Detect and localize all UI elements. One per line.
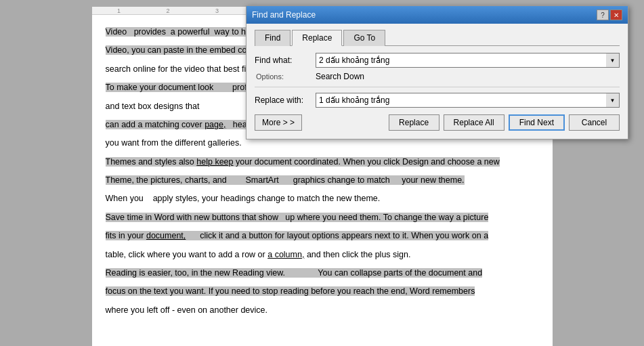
- replace-button[interactable]: Replace: [389, 114, 439, 131]
- doc-para-16: where you left off - even on another dev…: [106, 304, 539, 317]
- dialog-window-controls: ? ✕: [597, 9, 622, 20]
- form-separator: [255, 87, 620, 87]
- replace-with-row: Replace with: ▼: [255, 93, 620, 108]
- tab-replace[interactable]: Replace: [292, 30, 342, 46]
- replace-all-button[interactable]: Replace All: [444, 114, 505, 131]
- doc-para-9: Theme, the pictures, charts, and SmartAr…: [106, 174, 539, 187]
- options-label: Options:: [255, 72, 316, 81]
- replace-with-label: Replace with:: [255, 95, 316, 105]
- dialog-title: Find and Replace: [252, 10, 316, 20]
- replace-with-input-wrapper: ▼: [316, 93, 620, 108]
- doc-para-8: Themes and styles also help keep your do…: [106, 156, 539, 169]
- find-what-input-wrapper: ▼: [316, 53, 620, 68]
- replace-with-dropdown[interactable]: ▼: [606, 93, 620, 108]
- more-button[interactable]: More > >: [255, 114, 302, 131]
- tab-goto[interactable]: Go To: [343, 30, 385, 46]
- doc-para-14: Reading is easier, too, in the new Readi…: [106, 267, 539, 280]
- dialog-close-button[interactable]: ✕: [610, 9, 622, 20]
- doc-para-12: fits in your document, click it and a bu…: [106, 230, 539, 242]
- options-row: Options: Search Down: [255, 72, 620, 81]
- find-what-row: Find what: ▼: [255, 53, 620, 68]
- doc-para-15: focus on the text you want. If you need …: [106, 285, 539, 298]
- doc-para-13: table, click where you want to add a row…: [106, 248, 539, 261]
- cancel-button[interactable]: Cancel: [569, 114, 620, 131]
- tab-find[interactable]: Find: [255, 30, 291, 46]
- doc-para-10: When you apply styles, your headings cha…: [106, 192, 539, 205]
- replace-with-input[interactable]: [316, 93, 620, 108]
- dialog-content: Find Replace Go To Find what: ▼ Options:…: [246, 24, 628, 139]
- dialog-tabs: Find Replace Go To: [255, 29, 620, 46]
- find-next-button[interactable]: Find Next: [509, 114, 565, 131]
- find-what-label: Find what:: [255, 56, 316, 65]
- action-buttons: Replace Replace All Find Next Cancel: [389, 114, 620, 131]
- dialog-titlebar: Find and Replace ? ✕: [246, 6, 628, 24]
- dialog-bottom-row: More > > Replace Replace All Find Next C…: [255, 114, 620, 131]
- dialog-help-button[interactable]: ?: [597, 9, 609, 20]
- options-value: Search Down: [316, 72, 364, 81]
- find-replace-dialog: Find and Replace ? ✕ Find Replace Go To …: [246, 5, 628, 139]
- doc-para-11: Save time in Word with new buttons that …: [106, 211, 539, 224]
- find-what-input[interactable]: [316, 53, 620, 68]
- find-what-dropdown[interactable]: ▼: [606, 53, 620, 68]
